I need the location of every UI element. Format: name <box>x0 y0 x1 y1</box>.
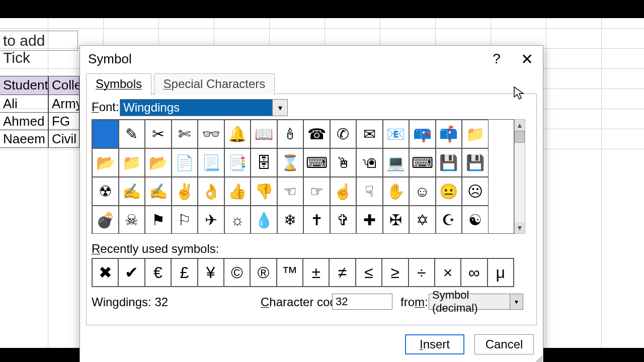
symbol-cell[interactable]: ⚑ <box>145 206 172 234</box>
scroll-thumb[interactable] <box>515 131 525 143</box>
resize-grip-icon[interactable] <box>533 354 542 362</box>
symbol-cell[interactable]: ☠ <box>119 206 145 234</box>
symbol-cell[interactable]: 📁 <box>462 120 489 148</box>
symbol-scrollbar[interactable]: ▲ ▼ <box>514 119 525 234</box>
symbol-cell[interactable]: ✂ <box>145 120 172 148</box>
tab-special-label: Special Characters <box>164 77 266 90</box>
cancel-button[interactable]: Cancel <box>474 334 534 354</box>
recent-symbol-cell[interactable]: ≥ <box>382 258 408 287</box>
from-combobox[interactable]: Symbol (decimal) ▾ <box>429 294 523 310</box>
charcode-input[interactable] <box>332 294 392 310</box>
cell-college-2: Civil <box>48 130 79 148</box>
from-dropdown-button[interactable]: ▾ <box>510 294 523 309</box>
symbol-grid: ✎✂✄👓🔔📖🕯☎✆✉📧📪📫📁📂📁📂📄📃📑🗄⌛⌨🖱🖲💻⌨💾💾☢✍✍✌👌👍👎☜☞☝☟… <box>92 119 514 234</box>
recent-symbol-cell[interactable]: ∞ <box>461 258 487 287</box>
tabs: Symbols Special Characters <box>86 73 537 94</box>
symbol-cell[interactable]: 💧 <box>251 206 277 234</box>
symbol-cell[interactable]: 👌 <box>198 177 224 206</box>
symbol-cell[interactable]: ✝ <box>303 206 330 234</box>
symbol-cell[interactable]: ☺ <box>409 177 436 206</box>
symbol-cell[interactable]: ✡ <box>409 206 436 234</box>
recent-symbol-cell[interactable]: ≠ <box>329 258 355 287</box>
symbol-cell[interactable]: 📧 <box>383 120 410 148</box>
cell-college-1: FG <box>48 112 79 130</box>
font-dropdown-button[interactable]: ▾ <box>272 100 287 116</box>
close-button[interactable]: ✕ <box>512 46 542 72</box>
symbol-cell[interactable]: ☪ <box>436 206 462 234</box>
recent-symbol-cell[interactable]: ✔ <box>118 258 144 287</box>
recent-symbol-cell[interactable]: © <box>224 258 250 287</box>
recent-symbol-cell[interactable]: £ <box>171 258 197 287</box>
sheet-title-cell: to add Tick <box>0 31 78 51</box>
symbol-cell[interactable]: 🗄 <box>251 148 277 177</box>
symbol-cell[interactable]: 🕯 <box>277 120 304 148</box>
scroll-up-button[interactable]: ▲ <box>515 120 525 131</box>
symbol-cell[interactable]: 👎 <box>251 177 277 206</box>
symbol-cell[interactable]: 👍 <box>224 177 251 206</box>
symbol-cell[interactable]: ⌨ <box>303 148 330 177</box>
symbol-cell[interactable]: 🖱 <box>330 148 357 177</box>
symbol-cell[interactable]: 😐 <box>436 177 462 206</box>
col-header-student: Student <box>0 76 48 95</box>
symbol-cell[interactable]: ☹ <box>462 177 489 206</box>
symbol-cell[interactable]: 📃 <box>198 148 224 177</box>
symbol-cell[interactable]: ✌ <box>172 177 198 206</box>
symbol-cell[interactable]: ☢ <box>92 177 119 206</box>
symbol-cell[interactable]: ✆ <box>330 120 357 148</box>
recent-symbol-cell[interactable]: ± <box>303 258 329 287</box>
symbol-cell[interactable]: ✍ <box>119 177 145 206</box>
symbol-cell[interactable]: 📄 <box>172 148 198 177</box>
recent-symbol-cell[interactable]: ≤ <box>356 258 382 287</box>
insert-button[interactable]: Insert <box>405 334 464 354</box>
symbol-cell[interactable]: ✋ <box>383 177 410 206</box>
symbol-cell[interactable]: 💾 <box>462 148 489 177</box>
symbol-cell[interactable]: 📂 <box>92 148 119 177</box>
symbol-cell[interactable]: ❄ <box>277 206 304 234</box>
symbol-cell[interactable]: ☟ <box>356 177 383 206</box>
recent-symbol-cell[interactable]: ™ <box>277 258 303 287</box>
col-header-college: Colle <box>48 76 79 95</box>
symbol-cell[interactable]: ☎ <box>303 120 330 148</box>
symbol-cell[interactable] <box>92 120 119 148</box>
symbol-cell[interactable]: ✍ <box>145 177 172 206</box>
scroll-down-button[interactable]: ▼ <box>515 222 525 233</box>
recent-symbol-cell[interactable]: μ <box>488 258 514 287</box>
symbol-cell[interactable]: 💣 <box>92 206 119 234</box>
tab-symbols[interactable]: Symbols <box>86 73 151 95</box>
tab-special-characters[interactable]: Special Characters <box>154 73 275 95</box>
symbol-cell[interactable]: 📁 <box>119 148 145 177</box>
symbol-cell[interactable]: ✚ <box>356 206 383 234</box>
symbol-cell[interactable]: 📂 <box>145 148 172 177</box>
recent-symbol-cell[interactable]: ¥ <box>198 258 224 287</box>
symbol-cell[interactable]: ☜ <box>277 177 304 206</box>
symbol-cell[interactable]: ✈ <box>198 206 224 234</box>
recent-symbol-cell[interactable]: ✖ <box>92 258 118 287</box>
symbol-cell[interactable]: ⌛ <box>277 148 304 177</box>
symbol-cell[interactable]: ☼ <box>224 206 251 234</box>
symbol-cell[interactable]: 👓 <box>198 120 224 148</box>
recent-symbol-cell[interactable]: € <box>145 258 171 287</box>
symbol-cell[interactable]: 💾 <box>436 148 462 177</box>
symbol-cell[interactable]: 📑 <box>224 148 251 177</box>
symbol-cell[interactable]: ✎ <box>119 120 145 148</box>
font-combobox[interactable]: Wingdings ▾ <box>120 99 288 116</box>
symbol-cell[interactable]: 🔔 <box>224 120 251 148</box>
symbol-cell[interactable]: 📫 <box>436 120 462 148</box>
symbol-cell[interactable]: ✄ <box>172 120 198 148</box>
symbol-cell[interactable]: ✞ <box>330 206 357 234</box>
symbol-cell[interactable]: ⚐ <box>172 206 198 234</box>
recent-symbol-cell[interactable]: ÷ <box>409 258 435 287</box>
symbol-cell[interactable]: ☞ <box>303 177 330 206</box>
help-button[interactable]: ? <box>481 46 512 72</box>
symbol-cell[interactable]: ✠ <box>383 206 410 234</box>
symbol-cell[interactable]: ⌨ <box>409 148 436 177</box>
symbol-cell[interactable]: 📪 <box>409 120 436 148</box>
recent-symbol-cell[interactable]: ® <box>250 258 276 287</box>
recent-symbol-cell[interactable]: × <box>435 258 461 287</box>
symbol-cell[interactable]: 📖 <box>251 120 277 148</box>
symbol-cell[interactable]: ✉ <box>356 120 383 148</box>
symbol-cell[interactable]: ☯ <box>462 206 489 234</box>
symbol-cell[interactable]: ☝ <box>330 177 357 206</box>
symbol-cell[interactable]: 💻 <box>383 148 410 177</box>
symbol-cell[interactable]: 🖲 <box>356 148 383 177</box>
